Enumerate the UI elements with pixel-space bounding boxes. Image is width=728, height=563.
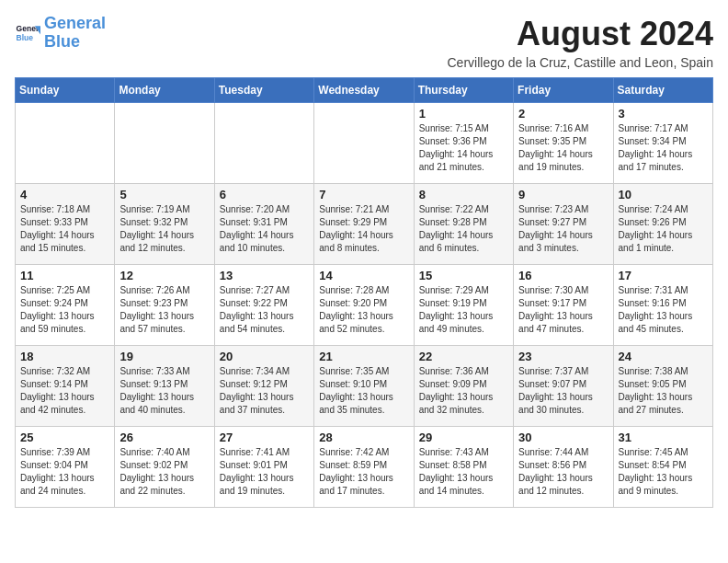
day-info: Sunrise: 7:23 AMSunset: 9:27 PMDaylight:… (518, 203, 608, 255)
day-number: 11 (20, 269, 109, 282)
day-number: 26 (119, 431, 209, 444)
calendar-cell: 14Sunrise: 7:28 AMSunset: 9:20 PMDayligh… (314, 265, 414, 346)
day-number: 20 (220, 350, 309, 363)
day-info: Sunrise: 7:21 AMSunset: 9:29 PMDaylight:… (319, 203, 408, 255)
day-number: 17 (619, 269, 708, 282)
day-number: 22 (419, 350, 508, 363)
day-number: 5 (119, 188, 209, 201)
day-info: Sunrise: 7:36 AMSunset: 9:09 PMDaylight:… (419, 365, 508, 417)
calendar-cell: 8Sunrise: 7:22 AMSunset: 9:28 PMDaylight… (414, 184, 513, 265)
calendar-cell: 6Sunrise: 7:20 AMSunset: 9:31 PMDaylight… (214, 184, 313, 265)
calendar-cell: 22Sunrise: 7:36 AMSunset: 9:09 PMDayligh… (414, 346, 513, 427)
day-info: Sunrise: 7:39 AMSunset: 9:04 PMDaylight:… (20, 446, 109, 498)
calendar-cell: 12Sunrise: 7:26 AMSunset: 9:23 PMDayligh… (115, 265, 214, 346)
day-number: 31 (619, 431, 708, 444)
day-info: Sunrise: 7:15 AMSunset: 9:36 PMDaylight:… (419, 122, 508, 174)
logo-line2: Blue (44, 32, 80, 51)
day-number: 19 (119, 350, 209, 363)
day-number: 18 (20, 350, 109, 363)
location-subtitle: Cervillego de la Cruz, Castille and Leon… (448, 55, 714, 70)
day-number: 13 (220, 269, 309, 282)
weekday-header-row: SundayMondayTuesdayWednesdayThursdayFrid… (16, 78, 713, 103)
calendar-cell: 20Sunrise: 7:34 AMSunset: 9:12 PMDayligh… (214, 346, 313, 427)
day-info: Sunrise: 7:17 AMSunset: 9:34 PMDaylight:… (619, 122, 708, 174)
day-info: Sunrise: 7:31 AMSunset: 9:16 PMDaylight:… (619, 284, 708, 336)
title-area: August 2024 Cervillego de la Cruz, Casti… (448, 15, 714, 70)
calendar-cell: 3Sunrise: 7:17 AMSunset: 9:34 PMDaylight… (613, 103, 712, 184)
day-number: 21 (319, 350, 408, 363)
day-info: Sunrise: 7:35 AMSunset: 9:10 PMDaylight:… (319, 365, 408, 417)
calendar-cell: 31Sunrise: 7:45 AMSunset: 8:54 PMDayligh… (613, 427, 712, 508)
weekday-header-friday: Friday (514, 78, 613, 103)
day-info: Sunrise: 7:28 AMSunset: 9:20 PMDaylight:… (319, 284, 408, 336)
day-info: Sunrise: 7:22 AMSunset: 9:28 PMDaylight:… (419, 203, 508, 255)
month-year-title: August 2024 (448, 15, 714, 53)
calendar-cell: 24Sunrise: 7:38 AMSunset: 9:05 PMDayligh… (613, 346, 712, 427)
calendar-cell: 19Sunrise: 7:33 AMSunset: 9:13 PMDayligh… (115, 346, 214, 427)
day-info: Sunrise: 7:40 AMSunset: 9:02 PMDaylight:… (119, 446, 209, 498)
calendar-cell: 10Sunrise: 7:24 AMSunset: 9:26 PMDayligh… (613, 184, 712, 265)
calendar-cell (16, 103, 115, 184)
week-row-1: 1Sunrise: 7:15 AMSunset: 9:36 PMDaylight… (16, 103, 713, 184)
calendar-cell: 17Sunrise: 7:31 AMSunset: 9:16 PMDayligh… (613, 265, 712, 346)
day-info: Sunrise: 7:42 AMSunset: 8:59 PMDaylight:… (319, 446, 408, 498)
week-row-3: 11Sunrise: 7:25 AMSunset: 9:24 PMDayligh… (16, 265, 713, 346)
calendar-cell: 25Sunrise: 7:39 AMSunset: 9:04 PMDayligh… (16, 427, 115, 508)
day-number: 8 (419, 188, 508, 201)
day-info: Sunrise: 7:25 AMSunset: 9:24 PMDaylight:… (20, 284, 109, 336)
day-info: Sunrise: 7:41 AMSunset: 9:01 PMDaylight:… (220, 446, 309, 498)
day-info: Sunrise: 7:33 AMSunset: 9:13 PMDaylight:… (119, 365, 209, 417)
svg-text:Blue: Blue (17, 33, 34, 42)
calendar-cell: 7Sunrise: 7:21 AMSunset: 9:29 PMDaylight… (314, 184, 414, 265)
calendar-cell: 18Sunrise: 7:32 AMSunset: 9:14 PMDayligh… (16, 346, 115, 427)
calendar-cell (214, 103, 313, 184)
calendar-cell: 23Sunrise: 7:37 AMSunset: 9:07 PMDayligh… (514, 346, 613, 427)
calendar-cell (115, 103, 214, 184)
logo-icon: General Blue (15, 20, 40, 46)
logo-text: General Blue (44, 15, 106, 52)
day-number: 9 (518, 188, 608, 201)
day-number: 27 (220, 431, 309, 444)
day-number: 25 (20, 431, 109, 444)
week-row-5: 25Sunrise: 7:39 AMSunset: 9:04 PMDayligh… (16, 427, 713, 508)
calendar-cell: 11Sunrise: 7:25 AMSunset: 9:24 PMDayligh… (16, 265, 115, 346)
day-info: Sunrise: 7:32 AMSunset: 9:14 PMDaylight:… (20, 365, 109, 417)
week-row-4: 18Sunrise: 7:32 AMSunset: 9:14 PMDayligh… (16, 346, 713, 427)
day-number: 23 (518, 350, 608, 363)
weekday-header-saturday: Saturday (613, 78, 712, 103)
day-info: Sunrise: 7:24 AMSunset: 9:26 PMDaylight:… (619, 203, 708, 255)
day-info: Sunrise: 7:19 AMSunset: 9:32 PMDaylight:… (119, 203, 209, 255)
day-info: Sunrise: 7:30 AMSunset: 9:17 PMDaylight:… (518, 284, 608, 336)
day-number: 2 (518, 107, 608, 121)
day-number: 6 (220, 188, 309, 201)
day-number: 16 (518, 269, 608, 282)
calendar-cell: 13Sunrise: 7:27 AMSunset: 9:22 PMDayligh… (214, 265, 313, 346)
day-info: Sunrise: 7:29 AMSunset: 9:19 PMDaylight:… (419, 284, 508, 336)
calendar-cell: 26Sunrise: 7:40 AMSunset: 9:02 PMDayligh… (115, 427, 214, 508)
calendar-cell: 21Sunrise: 7:35 AMSunset: 9:10 PMDayligh… (314, 346, 414, 427)
calendar-cell: 9Sunrise: 7:23 AMSunset: 9:27 PMDaylight… (514, 184, 613, 265)
day-number: 12 (119, 269, 209, 282)
day-info: Sunrise: 7:20 AMSunset: 9:31 PMDaylight:… (220, 203, 309, 255)
day-info: Sunrise: 7:26 AMSunset: 9:23 PMDaylight:… (119, 284, 209, 336)
calendar-cell: 27Sunrise: 7:41 AMSunset: 9:01 PMDayligh… (214, 427, 313, 508)
calendar-cell: 28Sunrise: 7:42 AMSunset: 8:59 PMDayligh… (314, 427, 414, 508)
calendar-cell: 2Sunrise: 7:16 AMSunset: 9:35 PMDaylight… (514, 103, 613, 184)
day-number: 28 (319, 431, 408, 444)
day-number: 10 (619, 188, 708, 201)
weekday-header-tuesday: Tuesday (214, 78, 313, 103)
calendar-cell: 1Sunrise: 7:15 AMSunset: 9:36 PMDaylight… (414, 103, 513, 184)
page-header: General Blue General Blue August 2024 Ce… (15, 15, 713, 70)
calendar-table: SundayMondayTuesdayWednesdayThursdayFrid… (15, 77, 713, 508)
day-info: Sunrise: 7:38 AMSunset: 9:05 PMDaylight:… (619, 365, 708, 417)
day-info: Sunrise: 7:44 AMSunset: 8:56 PMDaylight:… (518, 446, 608, 498)
day-info: Sunrise: 7:18 AMSunset: 9:33 PMDaylight:… (20, 203, 109, 255)
day-info: Sunrise: 7:45 AMSunset: 8:54 PMDaylight:… (619, 446, 708, 498)
day-info: Sunrise: 7:34 AMSunset: 9:12 PMDaylight:… (220, 365, 309, 417)
weekday-header-monday: Monday (115, 78, 214, 103)
calendar-cell: 5Sunrise: 7:19 AMSunset: 9:32 PMDaylight… (115, 184, 214, 265)
day-number: 1 (419, 107, 508, 121)
day-number: 4 (20, 188, 109, 201)
day-number: 29 (419, 431, 508, 444)
weekday-header-thursday: Thursday (414, 78, 513, 103)
